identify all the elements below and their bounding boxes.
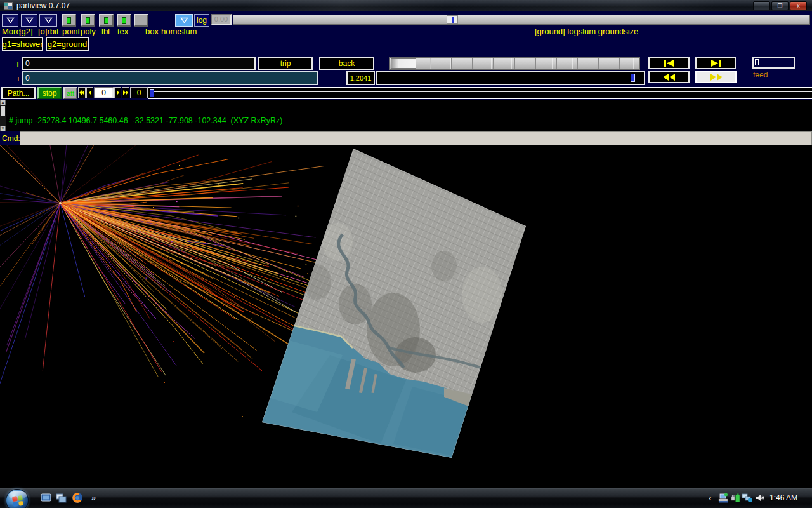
tray-updates-icon[interactable] xyxy=(717,491,730,504)
label-point: point xyxy=(62,27,80,36)
slum-slider-thumb[interactable] xyxy=(447,15,458,24)
feed-label: feed xyxy=(753,70,768,79)
feed-input[interactable] xyxy=(752,57,795,69)
slum-menu-button[interactable] xyxy=(175,14,193,27)
back-button[interactable]: back xyxy=(319,57,374,70)
console-scrollbar[interactable]: ▲ ▼ xyxy=(0,100,6,131)
dropdown-triangle-icon xyxy=(25,17,34,23)
dropdown-triangle-icon xyxy=(44,17,53,23)
quicklaunch-overflow-chevron[interactable]: » xyxy=(91,493,96,502)
firefox-button[interactable] xyxy=(71,491,84,504)
path-slider-thumb[interactable] xyxy=(150,89,154,97)
control-panel: log 0.00 More [g2] [o]rbit point poly lb… xyxy=(0,11,812,145)
skip-to-start-icon xyxy=(662,59,676,67)
frame-fast-back-button[interactable] xyxy=(78,87,86,98)
frame-fast-forward-button[interactable] xyxy=(122,87,129,98)
trip-button[interactable]: trip xyxy=(258,57,313,70)
play-forward-button[interactable] xyxy=(695,71,737,83)
att-toggle[interactable]: att xyxy=(63,87,77,99)
double-right-arrow-icon xyxy=(122,90,129,96)
cmd-input[interactable] xyxy=(20,131,812,145)
speed-slider[interactable] xyxy=(376,71,645,85)
label-more[interactable]: More xyxy=(2,27,21,36)
double-left-arrow-icon xyxy=(79,90,85,96)
taskbar xyxy=(0,488,812,508)
tray-volume-icon[interactable] xyxy=(754,491,766,504)
titlebar-gloss xyxy=(0,0,812,11)
minimize-button[interactable]: – xyxy=(753,1,770,10)
frame-number-input[interactable]: 0 xyxy=(94,87,114,98)
start-button[interactable] xyxy=(6,489,29,508)
app-icon xyxy=(4,2,13,10)
close-button[interactable]: x xyxy=(790,1,807,10)
skip-to-start-button[interactable] xyxy=(648,57,690,69)
stop-button[interactable]: stop xyxy=(37,87,62,99)
time-input[interactable]: 0 xyxy=(22,57,256,70)
cmd-label: Cmd: xyxy=(1,132,20,145)
g2-menu-button[interactable] xyxy=(21,14,37,27)
step-row-label: + xyxy=(16,74,21,84)
frame-value-box: 0 xyxy=(130,87,148,98)
log-toggle-button[interactable]: log xyxy=(194,14,209,27)
time-slider-thumb[interactable] xyxy=(391,58,416,69)
led-indicator xyxy=(122,17,126,24)
command-row: Cmd: xyxy=(0,131,812,145)
taskbar-clock[interactable]: 1:46 AM xyxy=(769,493,808,502)
label-slum: slum xyxy=(180,27,197,36)
dropdown-triangle-icon xyxy=(180,17,188,23)
more-menu-button[interactable] xyxy=(2,14,18,27)
skip-to-end-button[interactable] xyxy=(695,57,736,69)
dropdown-triangle-icon xyxy=(6,17,15,23)
led-indicator xyxy=(67,17,71,24)
g2-ground-button[interactable]: g2=ground xyxy=(46,37,89,51)
slum-slider[interactable] xyxy=(233,15,810,25)
show-desktop-button[interactable] xyxy=(39,491,52,504)
render-viewport[interactable] xyxy=(0,145,812,488)
tray-power-icon[interactable] xyxy=(730,491,742,504)
label-box: box xyxy=(145,27,159,36)
taskbar-top-edge xyxy=(0,488,812,488)
tray-expand-chevron[interactable]: ‹ xyxy=(709,492,712,503)
poly-toggle[interactable] xyxy=(81,14,95,27)
path-menu-button[interactable]: Path... xyxy=(1,87,36,99)
label-lbl: lbl xyxy=(102,27,110,36)
box-toggle[interactable] xyxy=(134,14,148,27)
g1-shower-button[interactable]: g1=shower xyxy=(2,37,43,51)
label-tex: tex xyxy=(117,27,128,36)
scrollbar-thumb[interactable] xyxy=(1,106,5,116)
console-log: ▲ ▼ # jump -25278.4 10496.7 5460.46 -32.… xyxy=(0,100,812,131)
tex-toggle[interactable] xyxy=(117,14,131,27)
console-lines: # jump -25278.4 10496.7 5460.46 -32.5321… xyxy=(9,100,283,131)
lbl-toggle[interactable] xyxy=(99,14,114,27)
frame-back-button[interactable] xyxy=(86,87,93,98)
show-desktop-icon xyxy=(41,493,51,503)
frame-forward-button[interactable] xyxy=(114,87,121,98)
tray-network-icon[interactable] xyxy=(741,491,754,504)
point-toggle[interactable] xyxy=(62,14,76,27)
slum-value-box: 0.00 xyxy=(211,14,232,25)
fast-forward-icon xyxy=(709,73,724,81)
led-indicator xyxy=(104,17,108,24)
window-titlebar[interactable]: partiview 0.7.07 – ❐ x xyxy=(0,0,812,11)
skip-to-end-icon xyxy=(709,59,723,67)
label-home[interactable]: home xyxy=(161,27,182,36)
text-cursor xyxy=(755,59,759,65)
label-g2[interactable]: [g2] xyxy=(19,27,33,36)
rewind-button[interactable] xyxy=(648,71,690,83)
restore-button[interactable]: ❐ xyxy=(771,1,789,10)
speed-slider-thumb[interactable] xyxy=(631,74,635,82)
firefox-icon xyxy=(72,492,83,504)
group-status-label: [ground] logslum groundsize xyxy=(535,27,638,36)
console-line: # jump -25278.4 10496.7 5460.46 -32.5321… xyxy=(9,116,283,126)
label-orbit[interactable]: [o]rbit xyxy=(38,27,59,36)
path-slider[interactable] xyxy=(148,87,812,99)
desktop: partiview 0.7.07 – ❐ x log 0.00 More xyxy=(0,0,812,508)
window-switcher-button[interactable] xyxy=(55,491,67,504)
orbit-menu-button[interactable] xyxy=(39,14,57,27)
led-indicator xyxy=(86,17,90,24)
scroll-up-icon[interactable]: ▲ xyxy=(0,100,6,105)
step-input[interactable]: 0 xyxy=(22,71,318,85)
time-slider[interactable] xyxy=(389,57,640,70)
scroll-down-icon[interactable]: ▼ xyxy=(0,126,6,131)
left-arrow-icon xyxy=(88,90,92,96)
